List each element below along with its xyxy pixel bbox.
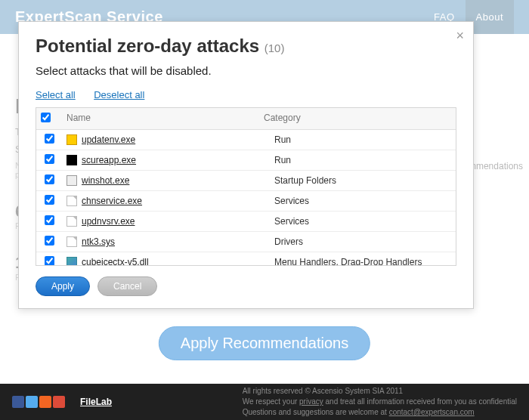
- table-row: cubeicectx-v5.dllMenu Handlers, Drag-Dro…: [36, 252, 456, 266]
- contact-link[interactable]: contact@expertscan.com: [389, 408, 475, 416]
- file-category: Menu Handlers, Drag-Drop Handlers: [270, 253, 456, 266]
- share-icon[interactable]: [53, 396, 65, 408]
- file-icon: [67, 155, 77, 165]
- close-icon[interactable]: ×: [456, 28, 464, 44]
- file-name[interactable]: winshot.exe: [82, 175, 129, 186]
- file-name[interactable]: scureapp.exe: [82, 155, 136, 165]
- privacy-link[interactable]: privacy: [299, 397, 323, 406]
- filelab-link[interactable]: FileLab: [80, 397, 112, 407]
- row-checkbox[interactable]: [45, 134, 54, 144]
- table-row: chnservice.exeServices: [36, 191, 456, 212]
- file-icon: [67, 134, 77, 145]
- col-name[interactable]: Name: [62, 108, 259, 129]
- file-icon: [67, 236, 77, 247]
- file-name[interactable]: updnvsrv.exe: [82, 216, 135, 227]
- file-icon: [67, 216, 77, 227]
- apply-button[interactable]: Apply: [36, 276, 90, 296]
- footer-legal: All rights reserved © Ascensio System SI…: [243, 386, 517, 418]
- footer: FileLab All rights reserved © Ascensio S…: [0, 384, 529, 420]
- deselect-all-link[interactable]: Deselect all: [94, 89, 144, 100]
- file-category: Drivers: [270, 233, 456, 251]
- table-row: updnvsrv.exeServices: [36, 212, 456, 232]
- attacks-table: Name Category updatenv.exeRunscureapp.ex…: [36, 107, 456, 266]
- modal-subtitle: Select attacks that will be disabled.: [36, 64, 456, 77]
- facebook-icon[interactable]: [12, 396, 24, 408]
- file-category: Services: [270, 192, 456, 210]
- rss-icon[interactable]: [39, 396, 51, 408]
- file-name[interactable]: cubeicectx-v5.dll: [82, 257, 149, 266]
- zero-day-modal: × Potential zero-day attacks (10) Select…: [18, 21, 474, 309]
- row-checkbox[interactable]: [45, 195, 54, 205]
- cancel-button[interactable]: Cancel: [97, 276, 157, 296]
- table-row: updatenv.exeRun: [36, 130, 456, 150]
- table-row: scureapp.exeRun: [36, 150, 456, 171]
- social-icons: [12, 396, 65, 408]
- row-checkbox[interactable]: [45, 154, 54, 164]
- file-category: Startup Folders: [270, 171, 456, 190]
- table-row: winshot.exeStartup Folders: [36, 171, 456, 191]
- col-category[interactable]: Category: [259, 108, 456, 129]
- row-checkbox[interactable]: [45, 215, 54, 225]
- file-icon: [67, 257, 77, 266]
- modal-title: Potential zero-day attacks (10): [36, 36, 456, 57]
- file-category: Run: [270, 151, 456, 169]
- file-name[interactable]: chnservice.exe: [82, 196, 142, 206]
- table-header: Name Category: [36, 108, 456, 130]
- row-checkbox[interactable]: [45, 236, 54, 246]
- file-icon: [67, 175, 77, 186]
- file-icon: [67, 196, 77, 206]
- row-checkbox[interactable]: [45, 174, 54, 184]
- row-checkbox[interactable]: [45, 256, 54, 266]
- apply-recommendations-button[interactable]: Apply Recommendations: [159, 326, 370, 360]
- twitter-icon[interactable]: [26, 396, 38, 408]
- header-checkbox[interactable]: [41, 113, 51, 122]
- file-name[interactable]: ntk3.sys: [82, 236, 115, 247]
- modal-count: (10): [264, 42, 285, 54]
- file-category: Run: [270, 131, 456, 149]
- file-category: Services: [270, 212, 456, 230]
- table-row: ntk3.sysDrivers: [36, 232, 456, 252]
- file-name[interactable]: updatenv.exe: [82, 134, 135, 145]
- select-all-link[interactable]: Select all: [36, 89, 76, 100]
